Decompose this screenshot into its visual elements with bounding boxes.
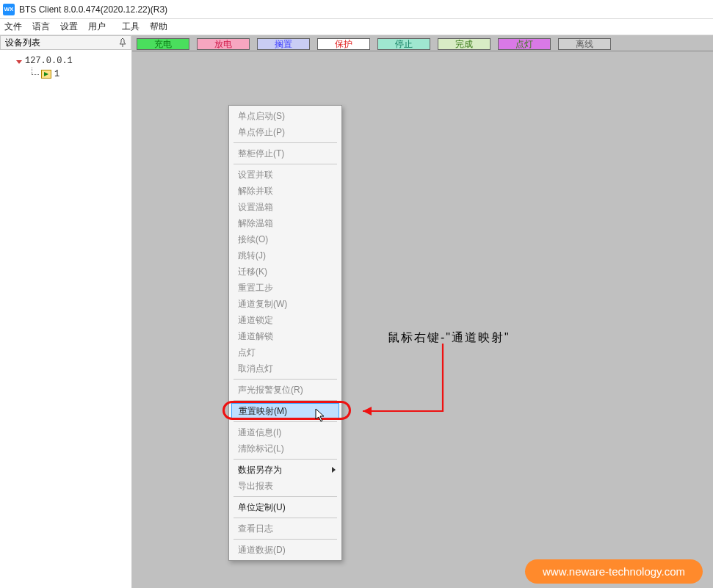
context-menu-item-label: 通道数据(D) <box>238 544 286 556</box>
context-menu-separator <box>234 400 337 401</box>
context-menu-item-label: 解除并联 <box>238 185 273 197</box>
context-menu-item: 设置温箱 <box>231 199 340 215</box>
context-menu-item-label: 清除标记(L) <box>238 443 284 455</box>
channel-icon <box>41 70 51 79</box>
device-list-header: 设备列表 <box>0 35 131 50</box>
context-menu-separator <box>234 496 337 497</box>
tree-branch-icon <box>29 68 41 81</box>
context-menu-item-label: 整柜停止(T) <box>238 148 284 160</box>
annotation-arrow <box>351 344 454 417</box>
context-menu-item: 清除标记(L) <box>231 440 340 457</box>
menu-item[interactable]: 文件 <box>4 21 22 33</box>
context-menu-item: 接续(O) <box>231 231 340 247</box>
main-pane: 充电放电搁置保护停止完成点灯离线 <box>132 35 713 588</box>
context-menu: 单点启动(S)单点停止(P)整柜停止(T)设置并联解除并联设置温箱解除温箱接续(… <box>228 105 342 561</box>
status-button[interactable]: 充电 <box>137 38 189 50</box>
context-menu-item[interactable]: 数据另存为 <box>231 462 340 478</box>
tree-leaf[interactable]: 1 <box>3 68 129 81</box>
context-menu-item-label: 通道解锁 <box>238 330 273 343</box>
context-menu-item: 解除温箱 <box>231 215 340 231</box>
device-tree: 127.0.0.1 1 <box>0 50 131 588</box>
status-button[interactable]: 点灯 <box>498 38 551 50</box>
workspace: 设备列表 127.0.0.1 1 充电放电搁置保护停止完成点灯离线 <box>0 35 713 588</box>
context-menu-item[interactable]: 单位定制(U) <box>231 499 340 515</box>
context-menu-separator <box>234 142 337 143</box>
context-menu-item-label: 迁移(K) <box>238 266 267 278</box>
context-menu-item: 单点启动(S) <box>231 108 340 124</box>
app-icon: WX <box>3 4 15 15</box>
context-menu-item: 通道信息(I) <box>231 424 340 440</box>
status-strip: 充电放电搁置保护停止完成点灯离线 <box>132 35 713 51</box>
status-button[interactable]: 离线 <box>558 38 611 50</box>
context-menu-item: 通道数据(D) <box>231 542 340 558</box>
context-menu-item: 迁移(K) <box>231 264 340 280</box>
context-menu-item-label: 单位定制(U) <box>238 501 286 514</box>
tree-root-label: 127.0.0.1 <box>25 56 73 66</box>
expand-arrow-icon <box>16 60 22 64</box>
annotation-text: 鼠标右键-"通道映射" <box>388 330 510 346</box>
context-menu-item-label: 声光报警复位(R) <box>238 384 303 396</box>
context-menu-item-label: 设置温箱 <box>238 201 273 214</box>
context-menu-item: 整柜停止(T) <box>231 145 340 161</box>
device-list-panel: 设备列表 127.0.0.1 1 <box>0 35 132 588</box>
menu-item[interactable]: 设置 <box>60 21 78 33</box>
pin-icon[interactable] <box>117 37 128 48</box>
context-menu-item-label: 导出报表 <box>238 480 273 493</box>
context-menu-item-label: 通道锁定 <box>238 314 273 327</box>
context-menu-item-label: 重置工步 <box>238 282 273 294</box>
context-menu-item[interactable]: 重置映射(M) <box>231 403 339 419</box>
menu-item[interactable]: 用户 <box>88 21 106 33</box>
menu-item[interactable]: 帮助 <box>150 21 167 33</box>
context-menu-separator <box>234 164 337 164</box>
context-menu-item-label: 单点启动(S) <box>238 110 285 123</box>
context-menu-separator <box>234 459 337 460</box>
tree-leaf-label: 1 <box>54 69 59 79</box>
context-menu-item: 解除并联 <box>231 183 340 199</box>
context-menu-item-label: 查看日志 <box>238 523 273 535</box>
context-menu-item-label: 数据另存为 <box>238 464 282 476</box>
window-title: BTS Client 8.0.0.474(2020.12.22)(R3) <box>19 4 167 15</box>
context-menu-item: 取消点灯 <box>231 360 340 377</box>
context-menu-item-label: 单点停止(P) <box>238 126 285 139</box>
menu-item[interactable]: 语言 <box>32 21 50 33</box>
context-menu-item: 设置并联 <box>231 167 340 183</box>
tree-root[interactable]: 127.0.0.1 <box>3 54 129 68</box>
context-menu-separator <box>234 539 337 540</box>
status-button[interactable]: 搁置 <box>257 38 310 50</box>
watermark-link[interactable]: www.neware-technology.com <box>525 559 703 584</box>
context-menu-item-label: 解除温箱 <box>238 217 273 230</box>
context-menu-item: 导出报表 <box>231 478 340 494</box>
context-menu-item: 单点停止(P) <box>231 124 340 140</box>
context-menu-separator <box>234 518 337 518</box>
context-menu-item: 声光报警复位(R) <box>231 382 340 398</box>
context-menu-item: 通道解锁 <box>231 328 340 344</box>
context-menu-item: 通道复制(W) <box>231 296 340 312</box>
context-menu-separator <box>234 379 337 380</box>
context-menu-item-label: 通道信息(I) <box>238 427 281 439</box>
context-menu-item: 点灯 <box>231 344 340 360</box>
context-menu-item-label: 取消点灯 <box>238 363 273 375</box>
submenu-arrow-icon <box>332 467 336 473</box>
device-list-title: 设备列表 <box>5 37 40 49</box>
context-menu-item-label: 点灯 <box>238 346 256 359</box>
context-menu-item-label: 通道复制(W) <box>238 298 287 311</box>
context-menu-item: 通道锁定 <box>231 312 340 328</box>
context-menu-separator <box>234 421 337 422</box>
status-button[interactable]: 完成 <box>438 38 491 50</box>
context-menu-item-label: 跳转(J) <box>238 250 266 262</box>
context-menu-item-label: 重置映射(M) <box>239 405 287 418</box>
status-button[interactable]: 放电 <box>197 38 250 50</box>
status-button[interactable]: 保护 <box>317 38 370 50</box>
titlebar: WX BTS Client 8.0.0.474(2020.12.22)(R3) <box>0 0 713 19</box>
context-menu-item: 查看日志 <box>231 520 340 537</box>
context-menu-item-label: 接续(O) <box>238 233 268 246</box>
menubar: 文件语言设置用户工具帮助 <box>0 19 713 35</box>
status-button[interactable]: 停止 <box>377 38 430 50</box>
menu-item[interactable]: 工具 <box>122 21 140 33</box>
context-menu-item-label: 设置并联 <box>238 169 273 181</box>
context-menu-item: 跳转(J) <box>231 247 340 264</box>
context-menu-item: 重置工步 <box>231 280 340 296</box>
